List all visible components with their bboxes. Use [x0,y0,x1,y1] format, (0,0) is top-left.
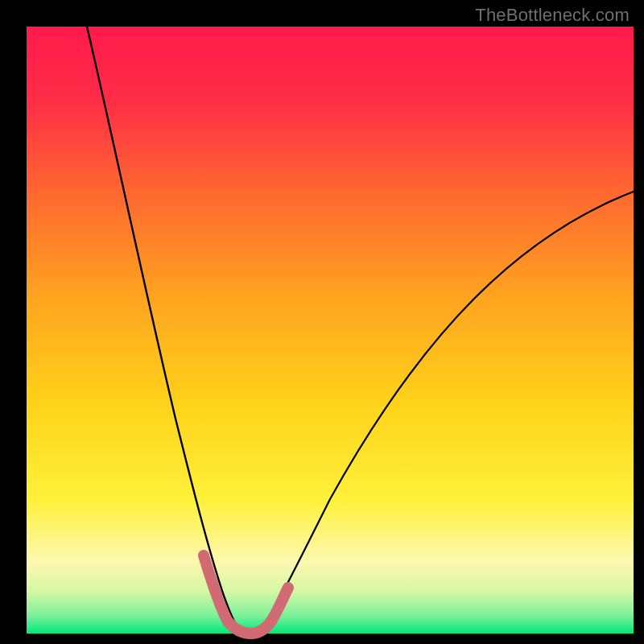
watermark-text: TheBottleneck.com [475,5,630,26]
plot-background [27,27,634,634]
chart-frame: TheBottleneck.com [0,0,644,644]
chart-svg [0,0,644,644]
